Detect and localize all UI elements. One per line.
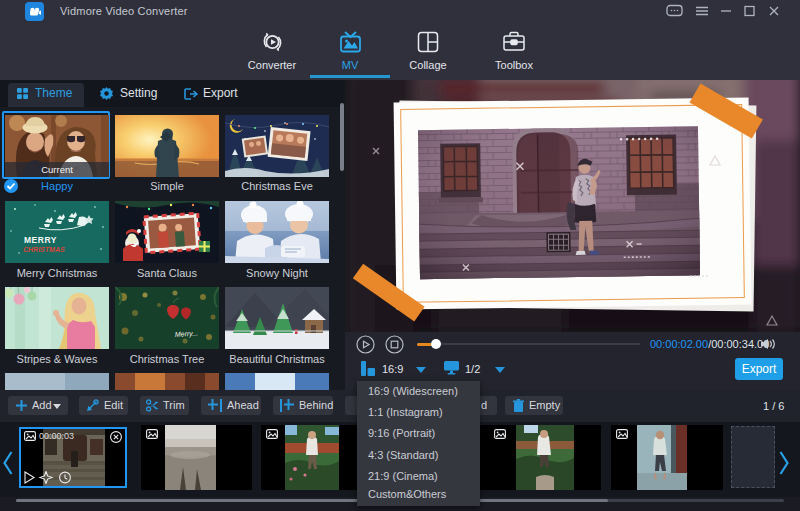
svg-text:MERRY: MERRY [24,235,57,245]
svg-text:Current: Current [41,164,73,175]
svg-text:CHRISTMAS: CHRISTMAS [23,246,65,253]
